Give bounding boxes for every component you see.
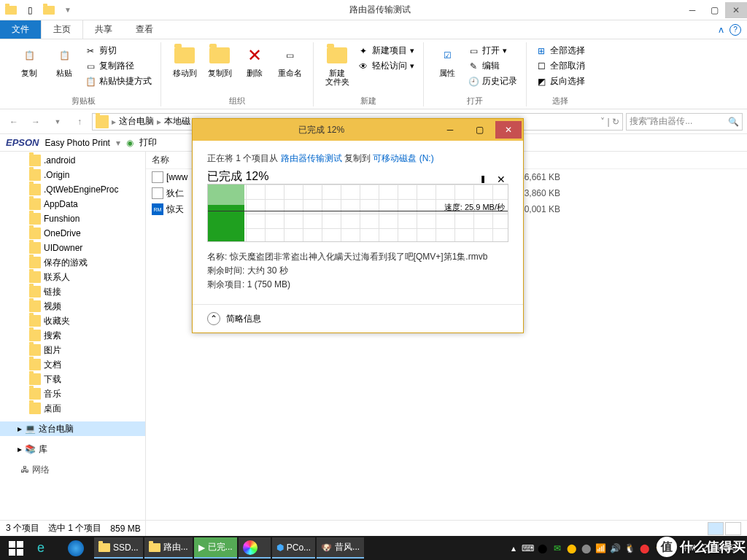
view-icons-button[interactable] xyxy=(725,522,741,535)
dialog-maximize-button[interactable]: ▢ xyxy=(466,121,492,139)
tree-item[interactable]: 文档 xyxy=(0,357,145,372)
recent-button[interactable]: ▼ xyxy=(48,112,67,131)
open-button[interactable]: ▭打开 ▾ xyxy=(465,44,520,58)
properties-button[interactable]: ☑属性 xyxy=(430,42,465,79)
dialog-close-button[interactable]: ✕ xyxy=(495,121,522,139)
tree-item[interactable]: 图片 xyxy=(0,343,145,357)
back-button[interactable]: ← xyxy=(4,112,23,131)
cut-button[interactable]: ✂剪切 xyxy=(82,44,155,58)
delete-button[interactable]: ✕删除 xyxy=(237,42,272,79)
ribbon-collapse-icon[interactable]: ʌ xyxy=(719,25,724,35)
tree-item[interactable]: UIDowner xyxy=(0,241,145,255)
up-button[interactable]: ↑ xyxy=(70,112,89,131)
moveto-button[interactable]: 移动到 xyxy=(167,42,202,79)
src-link[interactable]: 路由器传输测试 xyxy=(281,153,342,163)
group-open: 打开 xyxy=(467,96,483,106)
tray-icon[interactable]: ⬤ xyxy=(565,542,578,555)
network-icon[interactable]: 📶 xyxy=(595,542,608,555)
tree-item[interactable]: 视频 xyxy=(0,299,145,314)
edit-button[interactable]: ✎编辑 xyxy=(465,59,520,73)
taskbar-explorer-2[interactable]: 路由... xyxy=(144,537,193,559)
tree-item[interactable]: 收藏夹 xyxy=(0,314,145,328)
taskbar-app-1[interactable] xyxy=(239,537,271,559)
tree-item[interactable]: .Origin xyxy=(0,168,145,182)
group-select: 选择 xyxy=(552,96,568,106)
start-button[interactable] xyxy=(0,536,32,560)
dialog-minimize-button[interactable]: ─ xyxy=(437,121,463,139)
volume-icon[interactable]: 🔊 xyxy=(609,542,622,555)
tree-item[interactable]: 桌面 xyxy=(0,401,145,416)
newfolder-button[interactable]: 新建 文件夹 xyxy=(320,42,355,88)
search-input[interactable]: 搜索"路由器传... 🔍 xyxy=(626,113,743,131)
taskbar-copy-dialog[interactable]: ▶已完... xyxy=(194,537,237,559)
close-button[interactable]: ✕ xyxy=(725,2,747,18)
tree-this-pc[interactable]: ▸💻这台电脑 xyxy=(0,421,145,436)
tab-view[interactable]: 查看 xyxy=(124,20,165,39)
print-button[interactable]: 打印 xyxy=(139,136,157,149)
tree-item[interactable]: .QtWebEngineProc xyxy=(0,182,145,197)
tree-item[interactable]: Funshion xyxy=(0,211,145,226)
folder-tree[interactable]: .android.Origin.QtWebEngineProcAppDataFu… xyxy=(0,152,146,538)
taskbar-app-3[interactable]: 🐶昔风... xyxy=(317,537,364,559)
paste-shortcut-button[interactable]: 📋粘贴快捷方式 xyxy=(82,74,155,88)
tree-network[interactable]: 🖧网络 xyxy=(0,462,145,477)
selectall-button[interactable]: ⊞全部选择 xyxy=(533,44,588,58)
tab-share[interactable]: 共享 xyxy=(83,20,124,39)
tray-icon[interactable]: ⬤ xyxy=(580,542,593,555)
tree-item[interactable]: .android xyxy=(0,153,145,168)
epson-product: Easy Photo Print xyxy=(45,138,110,148)
tree-library[interactable]: ▸📚库 xyxy=(0,442,145,456)
taskbar-app-2[interactable]: ⬢PCo... xyxy=(272,537,315,559)
window-title: 路由器传输测试 xyxy=(79,4,681,16)
tray-icon[interactable]: ⬤ xyxy=(536,542,549,555)
tree-item[interactable]: 保存的游戏 xyxy=(0,255,145,270)
expand-button[interactable]: ⌃ xyxy=(207,312,220,325)
tree-item[interactable]: 音乐 xyxy=(0,386,145,401)
tray-overflow-icon[interactable]: ▴ xyxy=(507,542,520,555)
rename-button[interactable]: ▭重命名 xyxy=(272,42,307,79)
wechat-icon[interactable]: ✉ xyxy=(551,542,564,555)
help-icon[interactable]: ? xyxy=(729,24,741,36)
taskbar-ie[interactable]: e xyxy=(33,537,62,559)
crumb-item[interactable]: 本地磁 xyxy=(164,115,190,128)
copy-from-to: 正在将 1 个项目从 路由器传输测试 复制到 可移动磁盘 (N:) xyxy=(207,152,508,165)
copy-button[interactable]: 📋复制 xyxy=(12,42,47,79)
maximize-button[interactable]: ▢ xyxy=(703,2,725,18)
items-remaining-info: 剩余项目: 1 (750 MB) xyxy=(207,279,508,291)
tree-item[interactable]: 联系人 xyxy=(0,270,145,284)
qat-properties-icon[interactable]: ▯ xyxy=(22,2,38,18)
group-organize: 组织 xyxy=(229,96,245,106)
qat-dropdown-icon[interactable]: ▼ xyxy=(60,2,76,18)
dst-link[interactable]: 可移动磁盘 (N:) xyxy=(373,153,433,163)
brief-info-button[interactable]: 简略信息 xyxy=(226,313,261,325)
tree-item[interactable]: 链接 xyxy=(0,284,145,299)
paste-button[interactable]: 📋粘贴 xyxy=(47,42,82,79)
qq-icon[interactable]: 🐧 xyxy=(624,542,637,555)
copy-path-button[interactable]: ▭复制路径 xyxy=(82,59,155,73)
tab-home[interactable]: 主页 xyxy=(41,20,83,39)
crumb-item[interactable]: 这台电脑 xyxy=(119,115,154,128)
svg-rect-2 xyxy=(9,549,15,556)
history-button[interactable]: 🕘历史记录 xyxy=(465,74,520,88)
group-clipboard: 剪贴板 xyxy=(71,96,96,106)
tree-item[interactable]: AppData xyxy=(0,197,145,211)
taskbar-explorer-1[interactable]: SSD... xyxy=(94,537,143,559)
invert-button[interactable]: ◩反向选择 xyxy=(533,74,588,88)
taskbar-browser[interactable] xyxy=(63,537,93,559)
forward-button[interactable]: → xyxy=(26,112,45,131)
tree-item[interactable]: 下载 xyxy=(0,372,145,386)
keyboard-icon[interactable]: ⌨ xyxy=(522,542,535,555)
tree-item[interactable]: OneDrive xyxy=(0,226,145,241)
view-details-button[interactable] xyxy=(708,522,724,535)
easyaccess-button[interactable]: 👁轻松访问 ▾ xyxy=(355,59,417,73)
history-icon: 🕘 xyxy=(468,76,479,88)
tab-file[interactable]: 文件 xyxy=(0,20,41,39)
qat-newfolder-icon[interactable] xyxy=(41,2,57,18)
selectnone-button[interactable]: ☐全部取消 xyxy=(533,59,588,73)
newitem-button[interactable]: ✦新建项目 ▾ xyxy=(355,44,417,58)
minimize-button[interactable]: ─ xyxy=(681,2,703,18)
tree-item[interactable]: 搜索 xyxy=(0,328,145,343)
print-icon[interactable]: ◉ xyxy=(126,138,133,148)
copyto-button[interactable]: 复制到 xyxy=(202,42,237,79)
tray-icon[interactable]: ⬤ xyxy=(638,542,651,555)
